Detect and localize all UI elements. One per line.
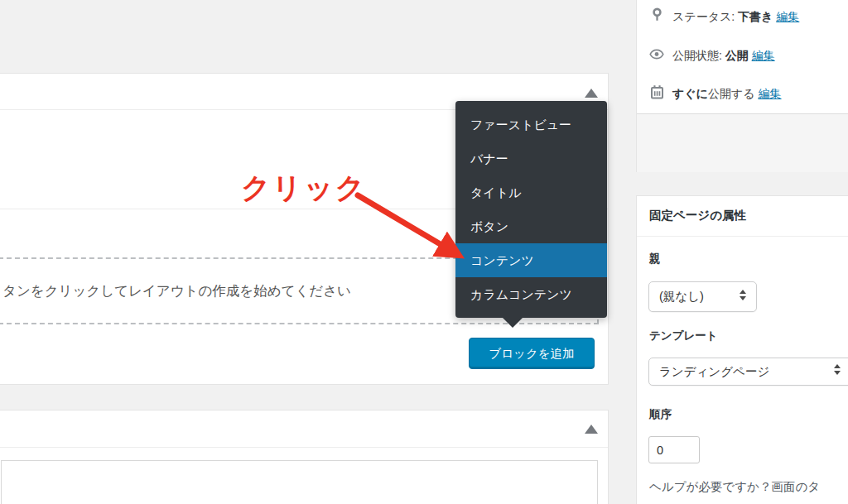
visibility-label: 公開状態: <box>672 49 725 62</box>
visibility-value: 公開 <box>725 49 749 62</box>
calendar-icon <box>650 84 664 99</box>
menu-item-column-content[interactable]: カラムコンテンツ <box>455 277 607 311</box>
help-text: ヘルプが必要ですか？画面のタ <box>649 479 848 495</box>
parent-select-value: (親なし) <box>659 289 704 305</box>
status-value: 下書き <box>738 10 773 23</box>
menu-pointer-tail <box>502 317 523 328</box>
collapse-triangle-icon[interactable] <box>585 425 598 434</box>
template-select-value: ランディングページ <box>659 364 769 380</box>
status-label: ステータス: <box>672 10 738 23</box>
add-block-button[interactable]: ブロックを追加 <box>469 338 595 369</box>
panel2-header-divider <box>0 447 608 448</box>
page-attributes-divider <box>637 236 848 237</box>
pin-icon <box>650 7 664 22</box>
visibility-row: 公開状態: 公開 編集 <box>672 47 775 64</box>
collapse-triangle-icon[interactable] <box>585 89 598 98</box>
order-label: 順序 <box>649 407 672 422</box>
menu-item-first-view[interactable]: ファーストビュー <box>455 108 607 142</box>
parent-label: 親 <box>649 252 661 266</box>
schedule-label: 公開する <box>708 87 755 100</box>
select-stepper-icon <box>834 364 841 375</box>
layout-placeholder-text: タンをクリックしてレイアウトの作成を始めてください <box>2 282 351 300</box>
page-attributes-title: 固定ページの属性 <box>649 208 746 223</box>
order-input[interactable] <box>648 436 700 463</box>
schedule-row: すぐに公開する 編集 <box>672 85 782 102</box>
editor-text-field[interactable] <box>1 460 598 504</box>
status-row: ステータス: 下書き 編集 <box>672 8 799 25</box>
publish-actions-footer <box>637 113 848 172</box>
edit-visibility-link[interactable]: 編集 <box>752 49 775 62</box>
edit-schedule-link[interactable]: 編集 <box>759 87 782 100</box>
template-label: テンプレート <box>649 329 718 343</box>
select-stepper-icon <box>740 290 746 300</box>
page-editor-screen: タンをクリックしてレイアウトの作成を始めてください ブロックを追加 ファーストビ… <box>0 0 848 504</box>
edit-status-link[interactable]: 編集 <box>776 10 799 23</box>
schedule-value: すぐに <box>672 87 708 100</box>
template-select[interactable]: ランディングページ <box>648 358 848 386</box>
menu-item-banner[interactable]: バナー <box>455 142 607 175</box>
eye-icon <box>649 47 664 61</box>
click-annotation-arrow-icon <box>338 175 487 275</box>
